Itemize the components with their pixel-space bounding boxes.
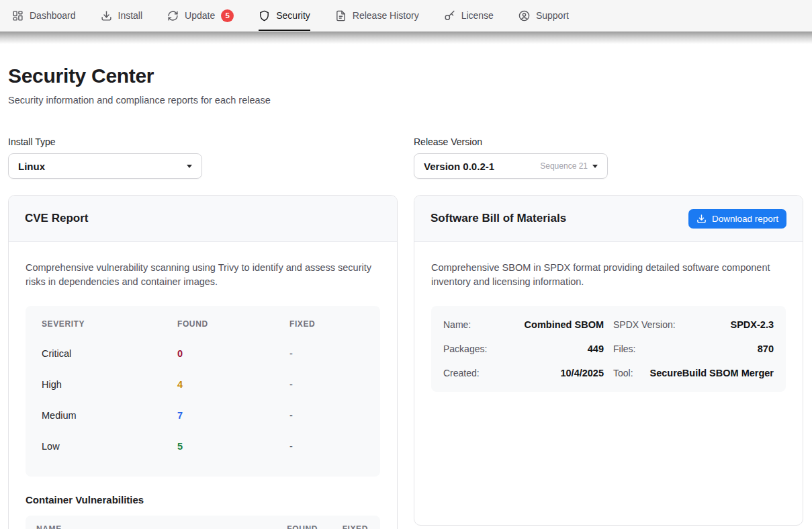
nav-item-dashboard[interactable]: Dashboard — [12, 0, 76, 31]
cve-report-body: Comprehensive vulnerability scanning usi… — [9, 242, 397, 529]
sbom-info-value: 449 — [487, 343, 604, 354]
found-count: 0 — [177, 338, 289, 369]
release-version-filter: Release Version Version 0.0.2-1 Sequence… — [414, 136, 608, 179]
sbom-info-label: Tool: — [613, 368, 633, 378]
sbom-card: Software Bill of Materials Download repo… — [414, 195, 803, 526]
install-type-value: Linux — [18, 161, 187, 172]
sbom-info-label: Name: — [443, 319, 471, 330]
severity-label: Low — [42, 431, 177, 462]
dashboard-grid-icon — [12, 10, 24, 22]
sbom-info-item: Tool: SecureBuild SBOM Merger — [613, 361, 774, 385]
table-row: Medium 7 - — [42, 400, 364, 431]
filters-row: Install Type Linux Release Version Versi… — [8, 136, 803, 179]
nav-item-install[interactable]: Install — [101, 0, 143, 31]
nav-item-license[interactable]: License — [444, 0, 494, 31]
nav-item-label: Support — [536, 10, 569, 21]
container-vulnerabilities-table-header: NAME FOUND FIXED — [26, 516, 380, 529]
sbom-info-item: Created: 10/4/2025 — [443, 361, 604, 385]
install-type-filter: Install Type Linux — [8, 136, 202, 179]
page-title: Security Center — [8, 65, 803, 87]
cve-report-header: CVE Report — [9, 196, 397, 242]
release-version-select[interactable]: Version 0.0.2-1 Sequence 21 — [414, 153, 608, 179]
chevron-down-icon — [592, 165, 598, 168]
header-shadow — [0, 32, 812, 44]
container-vulnerabilities-title: Container Vulnerabilities — [26, 494, 380, 505]
release-sequence-text: Sequence 21 — [540, 161, 588, 171]
found-count: 4 — [177, 369, 289, 400]
fixed-column-header: FIXED — [318, 524, 368, 529]
release-version-label: Release Version — [414, 136, 608, 147]
found-column-header: FOUND — [277, 524, 318, 529]
nav-item-label: Install — [118, 10, 143, 21]
nav-item-label: Security — [276, 10, 310, 21]
found-column-header: FOUND — [177, 317, 289, 338]
sbom-info-item: Files: 870 — [613, 337, 774, 361]
severity-table-header: SEVERITY FOUND FIXED — [42, 317, 364, 338]
sbom-title: Software Bill of Materials — [431, 212, 566, 225]
sbom-body: Comprehensive SBOM in SPDX format provid… — [414, 242, 803, 408]
sbom-info-panel: Name: Combined SBOM SPDX Version: SPDX-2… — [431, 306, 786, 392]
sbom-info-value: 870 — [635, 343, 774, 354]
fixed-count: - — [289, 338, 364, 369]
table-row: High 4 - — [42, 369, 364, 400]
nav-item-label: Release History — [353, 10, 419, 21]
severity-column-header: SEVERITY — [42, 317, 177, 338]
sbom-header: Software Bill of Materials Download repo… — [414, 196, 803, 242]
sbom-info-item: SPDX Version: SPDX-2.3 — [613, 313, 774, 337]
found-count: 5 — [177, 431, 289, 462]
nav-item-label: Dashboard — [30, 10, 76, 21]
found-count: 7 — [177, 400, 289, 431]
download-icon — [101, 10, 112, 22]
update-count-badge: 5 — [221, 9, 234, 22]
chevron-down-icon — [187, 165, 192, 168]
cve-report-card: CVE Report Comprehensive vulnerability s… — [8, 195, 398, 529]
fixed-count: - — [289, 369, 364, 400]
sbom-info-item: Packages: 449 — [443, 337, 604, 361]
nav-item-update[interactable]: Update 5 — [167, 0, 234, 31]
nav-item-release-history[interactable]: Release History — [335, 0, 419, 31]
main-content: Security Center Security information and… — [0, 44, 812, 529]
table-row: Critical 0 - — [42, 338, 364, 369]
refresh-icon — [167, 10, 179, 22]
nav-item-support[interactable]: Support — [518, 0, 569, 31]
shield-icon — [259, 10, 270, 22]
cards-row: CVE Report Comprehensive vulnerability s… — [8, 195, 803, 529]
severity-label: High — [42, 369, 177, 400]
top-navigation: Dashboard Install Update 5 Security Rele… — [0, 0, 812, 32]
download-icon — [696, 214, 707, 224]
fixed-count: - — [289, 400, 364, 431]
sbom-info-value: 10/4/2025 — [480, 368, 604, 378]
download-report-button[interactable]: Download report — [688, 209, 786, 229]
sbom-info-label: Files: — [613, 343, 635, 354]
cve-report-title: CVE Report — [25, 212, 88, 225]
nav-item-label: License — [461, 10, 494, 21]
user-circle-icon — [518, 10, 530, 22]
key-icon — [444, 10, 455, 22]
sbom-description: Comprehensive SBOM in SPDX format provid… — [431, 261, 786, 289]
file-text-icon — [335, 10, 347, 22]
name-column-header: NAME — [36, 524, 277, 529]
download-report-label: Download report — [712, 214, 778, 224]
severity-table: SEVERITY FOUND FIXED Critical 0 - High 4… — [26, 306, 380, 477]
sbom-info-item: Name: Combined SBOM — [443, 313, 604, 337]
nav-item-security[interactable]: Security — [259, 0, 310, 31]
table-row: Low 5 - — [42, 431, 364, 462]
fixed-column-header: FIXED — [289, 317, 364, 338]
nav-item-label: Update — [185, 10, 215, 21]
install-type-select[interactable]: Linux — [8, 153, 202, 179]
sbom-info-value: SPDX-2.3 — [676, 319, 774, 330]
fixed-count: - — [289, 431, 364, 462]
severity-label: Critical — [42, 338, 177, 369]
cve-report-description: Comprehensive vulnerability scanning usi… — [26, 261, 380, 289]
sbom-info-value: SecureBuild SBOM Merger — [633, 368, 774, 378]
sbom-info-label: Packages: — [443, 343, 487, 354]
sbom-info-label: SPDX Version: — [613, 319, 676, 330]
sbom-info-label: Created: — [443, 368, 480, 378]
install-type-label: Install Type — [8, 136, 202, 147]
release-version-value: Version 0.0.2-1 — [424, 161, 540, 172]
page-subtitle: Security information and compliance repo… — [8, 95, 803, 106]
severity-label: Medium — [42, 400, 177, 431]
sbom-info-value: Combined SBOM — [471, 319, 604, 330]
